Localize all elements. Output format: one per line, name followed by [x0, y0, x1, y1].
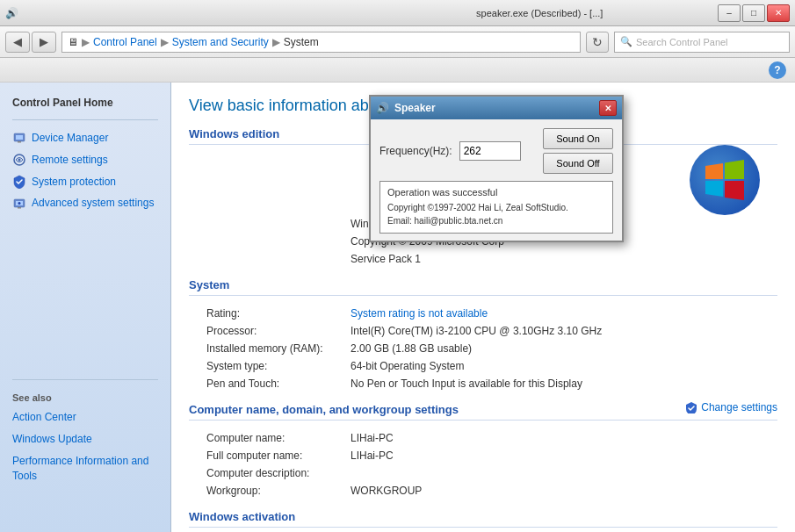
svg-rect-1: [16, 135, 23, 140]
dialog-buttons: Sound On Sound Off: [543, 128, 613, 174]
system-rating[interactable]: System rating is not available: [347, 305, 777, 322]
system-protection-icon: [12, 175, 26, 189]
breadcrumb: 🖥 ▶ Control Panel ▶ System and Security …: [61, 32, 581, 53]
svg-point-8: [18, 202, 21, 205]
full-computer-name: LIHai-PC: [347, 447, 777, 464]
svg-rect-2: [18, 141, 21, 143]
window-controls: – □ ✕: [718, 4, 790, 22]
dialog-status-box: Operation was successful Copyright ©1997…: [379, 181, 613, 234]
window-title: speaker.exe (Described) - [...]: [362, 8, 719, 18]
app-icon: 🔊: [5, 7, 18, 19]
toolbar: ?: [0, 58, 795, 83]
table-row: Full computer name: LIHai-PC: [189, 447, 777, 464]
dialog-copyright-2: Email: haili@public.bta.net.cn: [387, 214, 605, 227]
workgroup: WORKGROUP: [347, 482, 777, 500]
breadcrumb-control-panel[interactable]: Control Panel: [93, 36, 157, 48]
system-processor: Intel(R) Core(TM) i3-2100 CPU @ 3.10GHz …: [347, 322, 777, 340]
table-row: Workgroup: WORKGROUP: [189, 482, 777, 500]
sidebar-item-performance[interactable]: Performance Information and Tools: [0, 450, 170, 487]
frequency-label: Frequency(Hz):: [379, 145, 452, 157]
sidebar-item-system-protection[interactable]: System protection: [0, 171, 170, 193]
table-row: Computer name: LIHai-PC: [189, 429, 777, 447]
remote-settings-icon: [12, 153, 26, 167]
search-placeholder: Search Control Panel: [636, 37, 728, 47]
see-also-label: See also: [0, 387, 170, 406]
search-bar: 🔍 Search Control Panel: [614, 32, 790, 53]
sidebar-item-device-manager[interactable]: Device Manager: [0, 127, 170, 149]
breadcrumb-root-icon: 🖥: [68, 36, 78, 48]
speaker-dialog[interactable]: 🔊 Speaker ✕ Frequency(Hz): Sound On Soun…: [369, 95, 624, 242]
frequency-row: Frequency(Hz): Sound On Sound Off: [379, 128, 613, 174]
system-section-header: System: [189, 278, 777, 296]
sidebar-divider-bottom: [12, 379, 158, 380]
dialog-title-text: Speaker: [394, 102, 436, 114]
svg-point-4: [18, 159, 21, 162]
minimize-button[interactable]: –: [718, 4, 741, 22]
windows-logo: [690, 145, 760, 215]
advanced-settings-icon: [12, 197, 26, 211]
device-manager-icon: [12, 131, 26, 145]
svg-rect-7: [18, 207, 21, 209]
table-row: System type: 64-bit Operating System: [189, 357, 777, 375]
maximize-button[interactable]: □: [742, 4, 765, 22]
title-bar-left: 🔊: [5, 7, 362, 19]
back-button[interactable]: ◀: [5, 32, 30, 53]
system-type: 64-bit Operating System: [347, 357, 777, 375]
dialog-status-label: Operation was successful: [387, 187, 605, 198]
sidebar-item-advanced-settings[interactable]: Advanced system settings: [0, 192, 170, 214]
sidebar-item-remote-settings[interactable]: Remote settings: [0, 149, 170, 171]
dialog-body: Frequency(Hz): Sound On Sound Off Operat…: [371, 119, 622, 241]
system-ram: 2.00 GB (1.88 GB usable): [347, 340, 777, 357]
address-bar: ◀ ▶ 🖥 ▶ Control Panel ▶ System and Secur…: [0, 26, 795, 58]
forward-button[interactable]: ▶: [32, 32, 56, 53]
system-pen-touch: No Pen or Touch Input is available for t…: [347, 375, 777, 392]
change-settings-link[interactable]: Change settings: [701, 401, 777, 413]
windows-activation-section-header: Windows activation: [189, 510, 777, 528]
frequency-input[interactable]: [459, 141, 521, 161]
nav-buttons: ◀ ▶: [5, 32, 56, 53]
sidebar-item-windows-update[interactable]: Windows Update: [0, 428, 170, 450]
table-row: Rating: System rating is not available: [189, 305, 777, 322]
help-button[interactable]: ?: [769, 61, 786, 79]
sidebar-divider-top: [12, 119, 158, 120]
sidebar-item-action-center[interactable]: Action Center: [0, 406, 170, 428]
table-row: Processor: Intel(R) Core(TM) i3-2100 CPU…: [189, 322, 777, 340]
computer-description: [347, 464, 777, 482]
table-row: Pen and Touch: No Pen or Touch Input is …: [189, 375, 777, 392]
breadcrumb-system: System: [284, 36, 319, 48]
title-bar: 🔊 speaker.exe (Described) - [...] – □ ✕: [0, 0, 795, 26]
dialog-title-bar: 🔊 Speaker ✕: [371, 97, 622, 119]
sidebar-home-link[interactable]: Control Panel Home: [0, 91, 170, 112]
sound-off-button[interactable]: Sound Off: [543, 153, 613, 174]
sound-on-button[interactable]: Sound On: [543, 128, 613, 149]
table-row: Computer description:: [189, 464, 777, 482]
dialog-copyright-1: Copyright ©1997-2002 Hai Li, Zeal SoftSt…: [387, 201, 605, 214]
table-row: Installed memory (RAM): 2.00 GB (1.88 GB…: [189, 340, 777, 357]
computer-name: LIHai-PC: [347, 429, 777, 447]
shield-icon: [685, 401, 697, 413]
table-row: Service Pack 1: [189, 250, 777, 268]
system-info-table: Rating: System rating is not available P…: [189, 305, 777, 392]
sidebar: Control Panel Home Device Manager Remote…: [0, 83, 171, 532]
dialog-close-button[interactable]: ✕: [599, 100, 617, 116]
refresh-button[interactable]: ↻: [586, 32, 609, 53]
dialog-title-icon: 🔊: [376, 102, 389, 114]
computer-name-table: Computer name: LIHai-PC Full computer na…: [189, 429, 777, 500]
edition-sp: Service Pack 1: [347, 250, 777, 268]
close-button[interactable]: ✕: [767, 4, 790, 22]
breadcrumb-system-security[interactable]: System and Security: [172, 36, 269, 48]
search-icon: 🔍: [620, 36, 632, 47]
